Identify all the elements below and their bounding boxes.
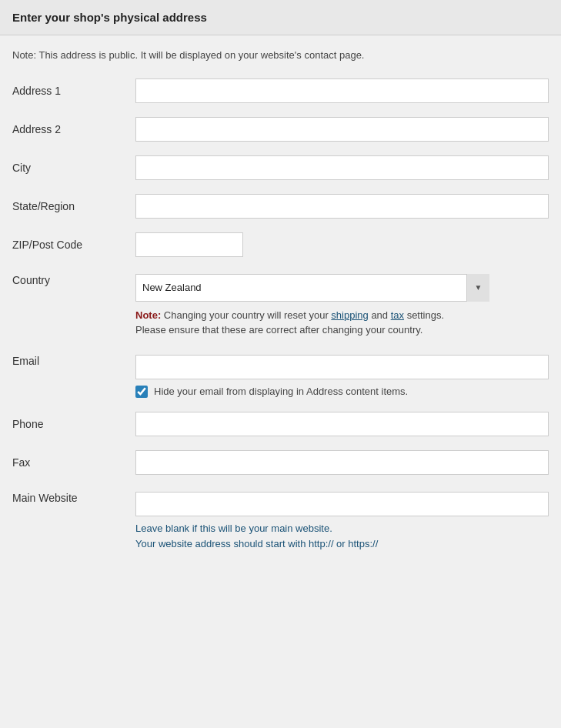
email-label: Email bbox=[12, 355, 135, 367]
country-row: Country New Zealand Australia United Sta… bbox=[12, 271, 549, 338]
city-row: City bbox=[12, 155, 549, 180]
hide-email-label: Hide your email from displaying in Addre… bbox=[154, 386, 408, 397]
website-input[interactable] bbox=[135, 492, 549, 516]
form-body: Address 1 Address 2 City State/Region bbox=[0, 75, 561, 586]
address1-control bbox=[135, 78, 549, 103]
address2-label: Address 2 bbox=[12, 123, 135, 135]
country-note-text: Changing your country will reset your bbox=[161, 309, 331, 321]
website-control: Leave blank if this will be your main we… bbox=[135, 492, 549, 553]
zip-label: ZIP/Post Code bbox=[12, 239, 135, 251]
address1-row: Address 1 bbox=[12, 78, 549, 103]
country-label: Country bbox=[12, 274, 135, 286]
country-select-wrapper: New Zealand Australia United States Unit… bbox=[135, 274, 489, 302]
page-container: Enter your shop's physical address Note:… bbox=[0, 0, 561, 728]
shipping-link: shipping bbox=[331, 309, 368, 321]
state-control bbox=[135, 194, 549, 219]
fax-label: Fax bbox=[12, 456, 135, 469]
fax-row: Fax bbox=[12, 450, 549, 475]
fax-input[interactable] bbox=[135, 450, 549, 475]
email-checkbox-row: Hide your email from displaying in Addre… bbox=[135, 386, 549, 398]
email-row: Email Hide your email from displaying in… bbox=[12, 352, 549, 398]
country-note-settings: settings. bbox=[404, 309, 444, 321]
state-input[interactable] bbox=[135, 194, 549, 219]
phone-row: Phone bbox=[12, 412, 549, 436]
phone-control bbox=[135, 412, 549, 436]
state-row: State/Region bbox=[12, 194, 549, 219]
zip-row: ZIP/Post Code bbox=[12, 232, 549, 257]
country-control: New Zealand Australia United States Unit… bbox=[135, 274, 549, 338]
address-note: Note: This address is public. It will be… bbox=[0, 48, 561, 75]
website-label: Main Website bbox=[12, 492, 135, 504]
fax-control bbox=[135, 450, 549, 475]
website-note-line2: Your website address should start with h… bbox=[135, 538, 378, 549]
address2-input[interactable] bbox=[135, 117, 549, 142]
country-note: Note: Changing your country will reset y… bbox=[135, 308, 549, 338]
address1-label: Address 1 bbox=[12, 85, 135, 97]
state-label: State/Region bbox=[12, 200, 135, 212]
city-input[interactable] bbox=[135, 155, 549, 180]
page-title: Enter your shop's physical address bbox=[12, 11, 549, 24]
city-label: City bbox=[12, 162, 135, 174]
website-row: Main Website Leave blank if this will be… bbox=[12, 489, 549, 553]
country-note-label: Note: bbox=[135, 309, 161, 321]
tax-link: tax bbox=[391, 309, 404, 321]
country-note-line2: Please ensure that these are correct aft… bbox=[135, 324, 422, 336]
hide-email-checkbox[interactable] bbox=[135, 386, 148, 398]
address1-input[interactable] bbox=[135, 78, 549, 103]
address2-control bbox=[135, 117, 549, 142]
country-select[interactable]: New Zealand Australia United States Unit… bbox=[135, 274, 489, 302]
phone-label: Phone bbox=[12, 418, 135, 430]
website-note: Leave blank if this will be your main we… bbox=[135, 521, 549, 553]
city-control bbox=[135, 155, 549, 180]
email-input[interactable] bbox=[135, 355, 549, 379]
section-header: Enter your shop's physical address bbox=[0, 0, 561, 35]
phone-input[interactable] bbox=[135, 412, 549, 436]
address2-row: Address 2 bbox=[12, 117, 549, 142]
zip-control bbox=[135, 232, 549, 257]
country-note-and: and bbox=[369, 309, 391, 321]
website-note-line1: Leave blank if this will be your main we… bbox=[135, 523, 332, 534]
email-control: Hide your email from displaying in Addre… bbox=[135, 355, 549, 398]
zip-input[interactable] bbox=[135, 232, 243, 257]
